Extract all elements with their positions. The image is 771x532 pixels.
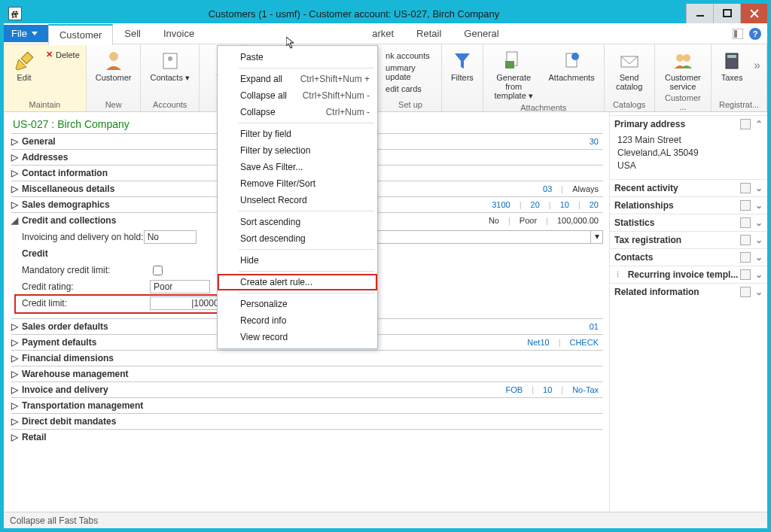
contacts-button[interactable]: Contacts ▾ <box>147 47 192 84</box>
filters-button[interactable]: Filters <box>448 47 477 84</box>
svg-marker-11 <box>455 53 470 68</box>
expand-down-icon[interactable]: ⌄ <box>755 287 763 297</box>
expand-down-icon[interactable]: ⌄ <box>755 217 763 228</box>
expand-down-icon[interactable]: ⌄ <box>755 269 763 280</box>
maximize-button[interactable] <box>713 4 740 23</box>
side-related-info[interactable]: Related information⌄ <box>610 283 767 300</box>
context-menu: Paste Expand allCtrl+Shift+Num + Collaps… <box>217 45 378 349</box>
lbl-credit-heading: Credit <box>22 248 150 259</box>
ctx-save-as-filter[interactable]: Save As Filter... <box>218 159 377 175</box>
ctx-paste[interactable]: Paste <box>218 49 377 65</box>
info-icon[interactable] <box>740 269 751 280</box>
attachments-button[interactable]: Attachments <box>546 47 598 84</box>
title-bar: ፼ Customers (1 - usmf) - Customer accoun… <box>4 4 767 23</box>
side-recurring-invoice[interactable]: ⋮ Recurring invoice templ...⌄ <box>610 266 767 283</box>
person-icon <box>102 49 125 71</box>
ctx-sort-desc[interactable]: Sort descending <box>218 230 377 247</box>
svg-point-8 <box>109 52 118 61</box>
help-icon[interactable]: ? <box>749 28 761 40</box>
tab-market[interactable]: arket <box>371 23 405 44</box>
customer-service-button[interactable]: Customer service <box>661 47 705 93</box>
ctx-sort-asc[interactable]: Sort ascending <box>218 214 377 230</box>
side-recent-activity[interactable]: Recent activity⌄ <box>610 179 767 196</box>
ctx-record-info[interactable]: Record info <box>218 312 377 329</box>
expand-down-icon[interactable]: ⌄ <box>755 200 763 211</box>
ctx-hide[interactable]: Hide <box>218 252 377 269</box>
tab-customer[interactable]: Customer <box>48 24 113 45</box>
ctx-create-alert-rule[interactable]: Create alert rule... <box>218 274 377 290</box>
template-icon <box>502 49 525 71</box>
ft-wh[interactable]: ▷Warehouse management <box>11 369 603 379</box>
side-relationships[interactable]: Relationships⌄ <box>610 196 767 214</box>
info-icon[interactable] <box>740 287 751 297</box>
ft-dd[interactable]: ▷Direct debit mandates <box>11 416 603 427</box>
generate-template-button[interactable]: Generate from template ▾ <box>489 47 538 102</box>
ft-retail[interactable]: ▷Retail <box>11 432 603 442</box>
expand-down-icon[interactable]: ⌄ <box>755 235 763 245</box>
tab-general[interactable]: General <box>453 23 510 44</box>
catalog-icon <box>618 49 641 71</box>
summary-update-link[interactable]: ummary update <box>386 62 435 82</box>
primary-address-value: 123 Main Street Cleveland,AL 35049 USA <box>610 132 767 179</box>
side-statistics[interactable]: Statistics⌄ <box>610 214 767 231</box>
ctx-personalize[interactable]: Personalize <box>218 296 377 312</box>
group-customer: Customer ... <box>661 93 705 112</box>
calculator-icon <box>721 49 743 71</box>
info-icon[interactable] <box>740 119 751 129</box>
ctx-view-record[interactable]: View record <box>218 329 377 345</box>
svg-rect-13 <box>505 61 514 68</box>
chk-mandatory[interactable] <box>153 266 163 275</box>
credit-cards-link[interactable]: edit cards <box>386 84 435 94</box>
expand-down-icon[interactable]: ⌄ <box>755 252 763 263</box>
group-attachments: Attachments <box>489 102 598 113</box>
info-icon[interactable] <box>740 235 751 245</box>
side-tax-registration[interactable]: Tax registration⌄ <box>610 231 767 248</box>
ctx-filter-selection[interactable]: Filter by selection <box>218 142 377 159</box>
dropdown-icon[interactable]: ▾ <box>590 231 602 243</box>
input-hold[interactable] <box>144 230 197 244</box>
input-rating[interactable] <box>150 280 210 293</box>
side-contacts[interactable]: Contacts⌄ <box>610 248 767 266</box>
ctx-collapse[interactable]: CollapseCtrl+Num - <box>218 104 377 120</box>
ctx-expand-all[interactable]: Expand allCtrl+Shift+Num + <box>218 71 377 87</box>
tab-retail[interactable]: Retail <box>405 23 453 44</box>
svg-rect-20 <box>727 55 736 58</box>
svg-rect-1 <box>724 10 731 17</box>
svg-marker-21 <box>286 37 294 48</box>
svg-point-10 <box>168 56 172 61</box>
ribbon-overflow-icon[interactable]: » <box>754 59 760 72</box>
svg-point-17 <box>676 54 684 62</box>
delete-button[interactable]: ✕Delete <box>46 49 80 60</box>
close-button[interactable] <box>740 4 767 23</box>
side-primary-address[interactable]: Primary address⌃ <box>610 115 767 132</box>
bank-accounts-link[interactable]: nk accounts <box>386 50 435 61</box>
ctx-filter-field[interactable]: Filter by field <box>218 126 377 142</box>
minimize-button[interactable] <box>686 4 713 23</box>
ft-fin[interactable]: ▷Financial dimensions <box>11 353 603 363</box>
svg-point-15 <box>571 53 579 60</box>
view-layout-icon[interactable] <box>733 29 743 39</box>
send-catalog-button[interactable]: Send catalog <box>611 47 648 93</box>
new-customer-button[interactable]: Customer <box>93 47 135 84</box>
tab-invoice[interactable]: Invoice <box>152 23 206 44</box>
group-maintain: Maintain <box>10 99 80 110</box>
ctx-collapse-all[interactable]: Collapse allCtrl+Shift+Num - <box>218 87 377 104</box>
info-icon[interactable] <box>740 200 751 211</box>
svg-point-18 <box>683 54 690 62</box>
ctx-remove-filter[interactable]: Remove Filter/Sort <box>218 175 377 192</box>
collapse-up-icon[interactable]: ⌃ <box>755 119 763 129</box>
info-icon[interactable] <box>740 183 751 193</box>
svg-rect-16 <box>621 56 638 67</box>
tab-sell[interactable]: Sell <box>113 23 152 44</box>
expand-down-icon[interactable]: ⌄ <box>755 183 763 193</box>
ctx-unselect[interactable]: Unselect Record <box>218 192 377 208</box>
info-icon[interactable] <box>740 252 751 263</box>
app-icon: ፼ <box>8 7 22 20</box>
lbl-limit: Credit limit: <box>22 298 150 309</box>
ft-invoice[interactable]: ▷Invoice and deliveryFOB|10|No-Tax <box>11 385 603 395</box>
edit-button[interactable]: Edit <box>10 47 38 84</box>
file-menu[interactable]: File <box>4 25 48 42</box>
taxes-button[interactable]: Taxes <box>718 47 746 84</box>
ft-trans[interactable]: ▷Transportation management <box>11 400 603 411</box>
info-icon[interactable] <box>740 217 751 228</box>
